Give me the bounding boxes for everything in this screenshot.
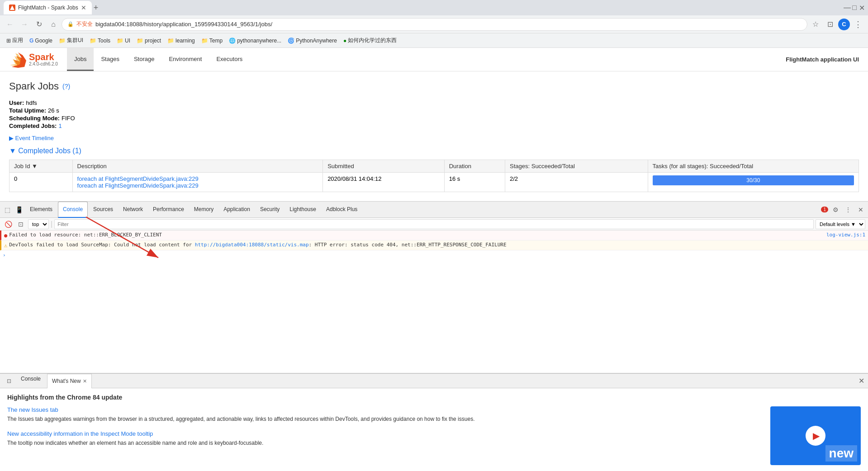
google-icon: G: [29, 38, 33, 44]
account-button[interactable]: C: [838, 19, 850, 30]
tab-title: FlightMatch - Spark Jobs: [18, 5, 78, 11]
console-top-button[interactable]: ⊡: [15, 219, 26, 230]
bookmark-temp[interactable]: 📁 Temp: [199, 37, 225, 45]
folder-icon-learning: 📁: [167, 38, 174, 44]
spark-navigation: Jobs Stages Storage Environment Executor…: [67, 48, 250, 71]
whatsnew-item-1-title[interactable]: New accessibility information in the Ins…: [7, 430, 761, 437]
devtools-inspect-btn[interactable]: ⬚: [2, 204, 13, 215]
devtools-close-button[interactable]: ✕: [855, 204, 866, 215]
devtools-settings-button[interactable]: ⚙: [830, 204, 841, 215]
completed-row: Completed Jobs: 1: [9, 122, 859, 129]
warning-icon: ⚠: [4, 242, 7, 249]
spark-app-name: FlightMatch: [786, 56, 819, 63]
console-clear-button[interactable]: 🚫: [3, 219, 14, 230]
spark-nav-executors[interactable]: Executors: [209, 48, 250, 71]
close-window-button[interactable]: ✕: [859, 5, 864, 10]
devtools-tab-console[interactable]: Console: [58, 202, 88, 218]
job-submitted-cell: 2020/08/31 14:04:12: [323, 173, 445, 192]
more-options-button[interactable]: ⋮: [852, 18, 864, 31]
spark-header: Spark 2.4.0-cdh6.2.0 Jobs Stages Storage…: [0, 48, 868, 71]
console-error-message: ● Failed to load resource: net::ERR_BLOC…: [0, 231, 868, 240]
whatsnew-close-button[interactable]: ✕: [859, 377, 864, 385]
job-id-cell: 0: [9, 173, 73, 192]
devtools-tab-performance[interactable]: Performance: [148, 202, 189, 218]
window-controls: — □ ✕: [844, 5, 864, 10]
devtools-tab-lighthouse[interactable]: Lighthouse: [285, 202, 321, 218]
back-button[interactable]: ←: [4, 18, 16, 31]
bookmark-star-button[interactable]: ☆: [809, 18, 822, 31]
whatsnew-newfeatures-tab[interactable]: What's New ✕: [47, 374, 92, 388]
scheduling-label: Scheduling Mode:: [9, 115, 60, 122]
warning-message-text: DevTools failed to load SourceMap: Could…: [9, 242, 865, 248]
bookmark-ui[interactable]: 📁 UI: [114, 37, 133, 45]
devtools-tab-security[interactable]: Security: [256, 202, 284, 218]
error-count-badge: 1: [821, 207, 828, 212]
devtools-tab-elements[interactable]: Elements: [25, 202, 57, 218]
devtools-tab-application[interactable]: Application: [219, 202, 255, 218]
whatsnew-console-tab[interactable]: Console: [16, 374, 45, 388]
bookmark-project[interactable]: 📁 project: [134, 37, 164, 45]
bookmark-cluster-ui[interactable]: 📁 集群UI: [56, 36, 86, 45]
refresh-button[interactable]: ↻: [33, 18, 45, 31]
user-value: hdfs: [26, 99, 37, 106]
whatsnew-dock-button[interactable]: ⊡: [4, 376, 14, 386]
address-bar[interactable]: 🔒 不安全 bigdata004:18088/history/applicati…: [62, 18, 807, 31]
nav-icon-group: ☆ ⊡ C ⋮: [809, 18, 864, 31]
bookmark-chinese[interactable]: ● 如何内化学过的东西: [341, 36, 399, 45]
completed-label: Completed Jobs:: [9, 122, 57, 129]
completed-jobs-section[interactable]: ▼ Completed Jobs (1): [9, 147, 859, 155]
devtools-tab-sources[interactable]: Sources: [89, 202, 118, 218]
completed-link[interactable]: 1: [58, 122, 62, 129]
event-timeline-toggle[interactable]: ▶ Event Timeline: [9, 135, 859, 141]
whatsnew-body: The new Issues tab The Issues tab aggreg…: [7, 406, 861, 465]
play-button[interactable]: ▶: [806, 426, 825, 446]
bookmark-tools[interactable]: 📁 Tools: [87, 37, 113, 45]
sourcemap-link[interactable]: http://bigdata004:18088/static/vis.map: [195, 242, 309, 248]
spark-flame-icon: [9, 52, 27, 68]
home-button[interactable]: ⌂: [47, 18, 60, 31]
col-job-id[interactable]: Job Id ▼: [9, 160, 73, 173]
new-tab-button[interactable]: +: [94, 3, 99, 13]
maximize-button[interactable]: □: [852, 5, 857, 10]
navigation-bar: ← → ↻ ⌂ 🔒 不安全 bigdata004:18088/history/a…: [0, 15, 868, 33]
console-levels-select[interactable]: Default levels ▼: [816, 219, 865, 229]
devtools-tab-adblock[interactable]: Adblock Plus: [322, 202, 362, 218]
job-desc-link2[interactable]: foreach at FlightSegmentDivideSpark.java…: [77, 182, 199, 189]
devtools-tab-memory[interactable]: Memory: [190, 202, 218, 218]
col-submitted: Submitted: [323, 160, 445, 173]
spark-version: 2.4.0-cdh6.2.0: [29, 61, 58, 66]
forward-button[interactable]: →: [18, 18, 31, 31]
screenshare-button[interactable]: ⊡: [824, 18, 836, 31]
uptime-row: Total Uptime: 26 s: [9, 107, 859, 114]
bookmark-chinese-label: 如何内化学过的东西: [348, 37, 397, 44]
job-desc-link1[interactable]: foreach at FlightSegmentDivideSpark.java…: [77, 175, 199, 182]
browser-tab[interactable]: FlightMatch - Spark Jobs ✕: [4, 1, 92, 14]
spark-jobs-content: Spark Jobs (?) User: hdfs Total Uptime: …: [0, 71, 868, 201]
whatsnew-tab-close[interactable]: ✕: [83, 378, 87, 384]
spark-nav-stages[interactable]: Stages: [94, 48, 126, 71]
minimize-button[interactable]: —: [844, 5, 850, 10]
tab-close-button[interactable]: ✕: [81, 4, 86, 11]
tasks-progress-bar: 30/30: [653, 175, 854, 185]
error-file-link[interactable]: log-view.js:1: [826, 232, 865, 238]
address-text[interactable]: bigdata004:18088/history/application_159…: [95, 21, 802, 28]
console-scope-select[interactable]: top: [28, 219, 49, 229]
devtools-panel: ⬚ 📱 Elements Console Sources Network Per…: [0, 201, 868, 373]
bookmark-learning[interactable]: 📁 learning: [165, 37, 198, 45]
bookmark-tools-label: Tools: [98, 38, 110, 44]
spark-nav-jobs[interactable]: Jobs: [67, 48, 94, 71]
console-filter-input[interactable]: [54, 219, 814, 229]
bookmark-apps[interactable]: ⊞ 应用: [4, 36, 26, 45]
whatsnew-item-0-title[interactable]: The new Issues tab: [7, 406, 761, 413]
green-circle-icon: ●: [343, 38, 346, 44]
spark-nav-storage[interactable]: Storage: [127, 48, 162, 71]
spark-nav-environment[interactable]: Environment: [161, 48, 209, 71]
job-tasks-cell: 30/30: [648, 173, 859, 192]
devtools-more-button[interactable]: ⋮: [843, 204, 854, 215]
devtools-tab-network[interactable]: Network: [119, 202, 147, 218]
help-link[interactable]: (?): [62, 83, 70, 90]
bookmark-pythonanywhere[interactable]: 🌐 pythonanywhere...: [226, 37, 284, 45]
bookmark-pythonanywhere2[interactable]: 🌀 PythonAnywhere: [285, 37, 340, 45]
devtools-device-btn[interactable]: 📱: [14, 204, 24, 215]
bookmark-google[interactable]: G Google: [27, 37, 55, 45]
